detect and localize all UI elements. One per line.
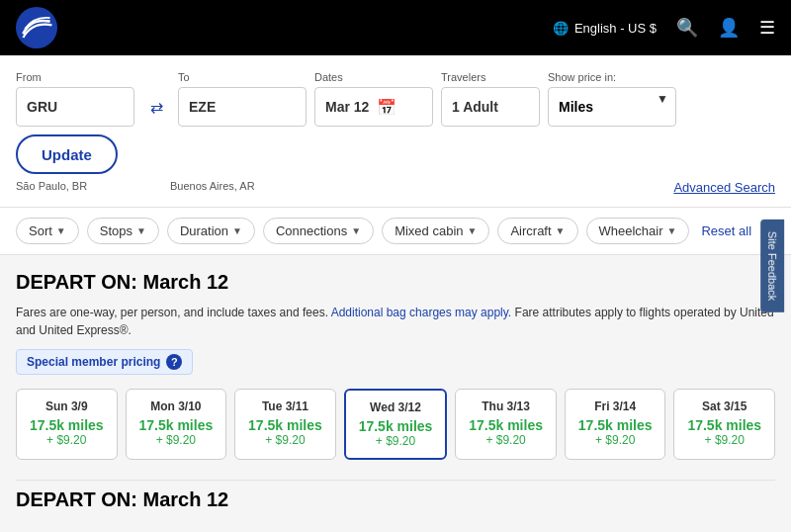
dates-value: Mar 12 <box>325 99 369 115</box>
date-card[interactable]: Wed 3/12 17.5k miles + $9.20 <box>344 389 448 460</box>
stops-filter[interactable]: Stops ▼ <box>87 218 159 244</box>
wheelchair-label: Wheelchair <box>599 223 663 238</box>
advanced-search-link[interactable]: Advanced Search <box>673 180 775 195</box>
date-card-miles: 17.5k miles <box>29 417 105 433</box>
travelers-field-group: Travelers <box>441 71 540 127</box>
date-card[interactable]: Sun 3/9 17.5k miles + $9.20 <box>16 389 118 460</box>
connections-filter[interactable]: Connections ▼ <box>263 218 374 244</box>
date-card[interactable]: Fri 3/14 17.5k miles + $9.20 <box>565 389 666 460</box>
date-card-miles: 17.5k miles <box>468 417 544 433</box>
calendar-icon[interactable]: 📅 <box>377 98 396 117</box>
question-icon[interactable]: ? <box>166 354 182 370</box>
special-pricing-badge: Special member pricing ? <box>16 349 193 375</box>
date-card-miles: 17.5k miles <box>358 418 434 434</box>
mixed-cabin-label: Mixed cabin <box>395 223 463 238</box>
user-icon[interactable]: 👤 <box>718 17 740 39</box>
date-card[interactable]: Thu 3/13 17.5k miles + $9.20 <box>455 389 557 460</box>
site-feedback-tab[interactable]: Site Feedback <box>760 220 784 312</box>
mixed-cabin-arrow-icon: ▼ <box>468 225 478 236</box>
svg-point-0 <box>18 9 55 46</box>
date-card-fee: + $9.20 <box>468 433 544 447</box>
header-right: 🌐 English - US $ 🔍 👤 ☰ <box>553 17 775 39</box>
fare-link[interactable]: Additional bag charges may apply. <box>331 306 512 319</box>
date-card-fee: + $9.20 <box>247 433 323 447</box>
price-field-group: Show price in: Miles USD ▼ <box>548 71 676 127</box>
date-card-fee: + $9.20 <box>358 434 434 448</box>
reset-all-button[interactable]: Reset all <box>701 223 751 238</box>
sort-arrow-icon: ▼ <box>56 225 66 236</box>
from-sublabel: São Paulo, BR <box>16 180 134 192</box>
date-card-miles: 17.5k miles <box>247 417 323 433</box>
date-card-day: Tue 3/11 <box>247 399 323 413</box>
date-card-fee: + $9.20 <box>577 433 654 447</box>
date-card-miles: 17.5k miles <box>138 417 215 433</box>
date-card[interactable]: Sat 3/15 17.5k miles + $9.20 <box>673 389 775 460</box>
travelers-input[interactable] <box>441 87 540 127</box>
header: 🌐 English - US $ 🔍 👤 ☰ <box>0 0 791 55</box>
depart-heading: DEPART ON: March 12 <box>16 271 775 294</box>
aircraft-filter[interactable]: Aircraft ▼ <box>497 218 577 244</box>
to-sublabel: Buenos Aires, AR <box>170 180 299 192</box>
date-card-miles: 17.5k miles <box>577 417 654 433</box>
duration-filter[interactable]: Duration ▼ <box>167 218 255 244</box>
date-card-day: Wed 3/12 <box>358 400 434 414</box>
filters-section: Sort ▼ Stops ▼ Duration ▼ Connections ▼ … <box>0 208 791 255</box>
connections-label: Connections <box>276 223 347 238</box>
dates-input[interactable]: Mar 12 📅 <box>314 87 433 127</box>
date-card-day: Sat 3/15 <box>686 399 762 413</box>
language-label: English - US $ <box>574 21 657 36</box>
date-card-fee: + $9.20 <box>29 433 105 447</box>
search-section: From ⇄ To Dates Mar 12 📅 Travelers Show … <box>0 55 791 208</box>
globe-icon: 🌐 <box>553 21 569 36</box>
date-card[interactable]: Tue 3/11 17.5k miles + $9.20 <box>234 389 336 460</box>
wheelchair-arrow-icon: ▼ <box>667 225 677 236</box>
duration-arrow-icon: ▼ <box>232 225 242 236</box>
from-label: From <box>16 71 134 83</box>
travelers-label: Travelers <box>441 71 540 83</box>
search-icon[interactable]: 🔍 <box>676 17 698 39</box>
to-label: To <box>178 71 307 83</box>
date-card-day: Mon 3/10 <box>138 399 215 413</box>
sort-label: Sort <box>29 223 52 238</box>
price-select[interactable]: Miles USD <box>548 87 676 127</box>
from-input[interactable] <box>16 87 134 127</box>
menu-icon[interactable]: ☰ <box>759 17 775 39</box>
special-pricing-label: Special member pricing <box>27 355 160 369</box>
to-input[interactable] <box>178 87 307 127</box>
wheelchair-filter[interactable]: Wheelchair ▼ <box>586 218 690 244</box>
dates-label: Dates <box>314 71 433 83</box>
dates-field-group: Dates Mar 12 📅 <box>314 71 433 127</box>
fare-notice: Fares are one-way, per person, and inclu… <box>16 304 775 339</box>
date-card-fee: + $9.20 <box>686 433 762 447</box>
date-card[interactable]: Mon 3/10 17.5k miles + $9.20 <box>126 389 227 460</box>
date-card-miles: 17.5k miles <box>686 417 762 433</box>
stops-arrow-icon: ▼ <box>136 225 146 236</box>
sort-filter[interactable]: Sort ▼ <box>16 218 79 244</box>
swap-icon: ⇄ <box>150 98 163 117</box>
date-cards-container: Sun 3/9 17.5k miles + $9.20 Mon 3/10 17.… <box>16 389 775 460</box>
mixed-cabin-filter[interactable]: Mixed cabin ▼ <box>382 218 489 244</box>
fare-notice-text: Fares are one-way, per person, and inclu… <box>16 306 328 319</box>
second-depart-heading: DEPART ON: March 12 <box>16 480 775 511</box>
duration-label: Duration <box>180 223 228 238</box>
language-selector[interactable]: 🌐 English - US $ <box>553 21 657 36</box>
swap-button[interactable]: ⇄ <box>142 87 170 127</box>
to-field-group: To <box>178 71 307 127</box>
aircraft-label: Aircraft <box>510 223 551 238</box>
date-card-day: Sun 3/9 <box>29 399 105 413</box>
stops-label: Stops <box>100 223 132 238</box>
logo[interactable] <box>16 7 57 48</box>
from-field-group: From <box>16 71 134 127</box>
date-card-day: Thu 3/13 <box>468 399 544 413</box>
date-card-fee: + $9.20 <box>138 433 215 447</box>
search-row: From ⇄ To Dates Mar 12 📅 Travelers Show … <box>16 71 775 174</box>
date-card-day: Fri 3/14 <box>577 399 654 413</box>
aircraft-arrow-icon: ▼ <box>556 225 566 236</box>
connections-arrow-icon: ▼ <box>351 225 361 236</box>
price-label: Show price in: <box>548 71 676 83</box>
main-content: DEPART ON: March 12 Fares are one-way, p… <box>0 255 791 527</box>
update-button[interactable]: Update <box>16 134 118 174</box>
